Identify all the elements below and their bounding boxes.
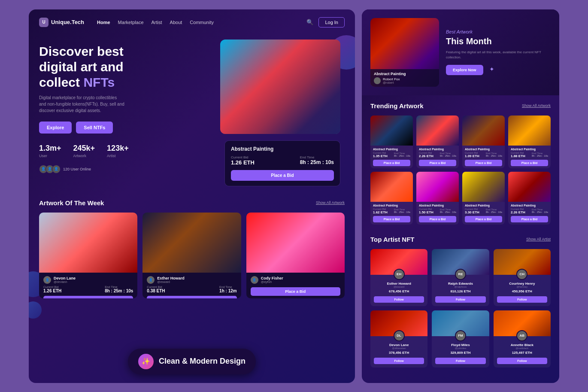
- trend-bid-btn-1[interactable]: Place a Bid: [373, 160, 410, 166]
- stat-artist-value: 123k+: [107, 144, 129, 153]
- artist-avatar-center-5: FM: [455, 330, 466, 341]
- badge-icon: ✨: [138, 354, 154, 369]
- trend-card-2: Abstract Painting Current Bid2.26 ETH En…: [416, 115, 459, 168]
- end-time-value: 8h : 25m : 10s: [300, 159, 334, 165]
- nav-artist[interactable]: Artist: [152, 20, 162, 25]
- show-all-artists[interactable]: Show All Artist: [526, 237, 551, 241]
- trend-footer-2: Abstract Painting Current Bid2.26 ETH En…: [416, 146, 459, 168]
- explore-button[interactable]: Explore: [39, 122, 72, 134]
- best-artwork-name: Abstract Painting: [374, 72, 436, 76]
- trend-footer-6: Abstract Painting Current Bid1.50 ETH En…: [416, 202, 459, 225]
- follow-btn-1[interactable]: Follow: [374, 296, 424, 303]
- artwork-card-footer-3: 👤 Cody Fisher @dyfish Place a Bid: [246, 273, 345, 298]
- card-place-bid-1[interactable]: Place a Bid: [43, 296, 133, 298]
- card-artist-1: 👤 Devon Lane @devlann: [43, 276, 133, 284]
- trend-card-1: Abstract Painting Current Bid1.35 ETH En…: [370, 115, 413, 168]
- card-artist-2: 👤 Esther Howard @esward: [147, 276, 236, 284]
- artist-name-2: Esther Howard: [157, 276, 185, 280]
- hero-title: Discover best digital art and collect NF…: [39, 44, 212, 90]
- card-artist-3: 👤 Cody Fisher @dyfish: [251, 276, 340, 284]
- trend-card-7: Abstract Painting Current Bid3.30 ETH En…: [462, 172, 505, 225]
- best-artwork-text: Best Artwork This Month Featuring the di…: [446, 29, 551, 75]
- trend-bid-btn-5[interactable]: Place a Bid: [373, 216, 410, 222]
- bid-card: Abstract Painting Current Bid 1.26 ETH E…: [224, 140, 340, 186]
- trend-bid-btn-8[interactable]: Place a Bid: [511, 216, 548, 222]
- follow-btn-6[interactable]: Follow: [497, 358, 547, 364]
- search-icon[interactable]: 🔍: [306, 19, 313, 25]
- hero-3d-image: [220, 40, 340, 134]
- login-button[interactable]: Log In: [318, 17, 345, 27]
- logo[interactable]: U Unique.Tech: [39, 18, 84, 27]
- avatar-3: 👤: [52, 165, 61, 173]
- trending-grid: Abstract Painting Current Bid1.35 ETH En…: [370, 115, 551, 225]
- hero-image-area: Abstract Painting Current Bid 1.26 ETH E…: [220, 40, 345, 173]
- artist-image-4: DL: [370, 310, 427, 336]
- avatars-row: 👤 👤 👤: [39, 165, 61, 173]
- stat-user-label: User: [39, 154, 61, 158]
- follow-btn-4[interactable]: Follow: [374, 358, 424, 364]
- hero-text: Discover best digital art and collect NF…: [39, 40, 212, 173]
- artist-handle-2: @esward: [157, 280, 185, 283]
- nav-home[interactable]: Home: [97, 20, 110, 25]
- trend-card-6: Abstract Painting Current Bid1.50 ETH En…: [416, 172, 459, 225]
- trend-card-8: Abstract Painting Current Bid2.26 ETH En…: [508, 172, 551, 225]
- follow-btn-2[interactable]: Follow: [435, 296, 485, 303]
- bottom-badge: ✨ Clean & Modern Design: [128, 349, 256, 374]
- trend-bid-btn-3[interactable]: Place a Bid: [465, 160, 502, 166]
- trend-bid-btn-7[interactable]: Place a Bid: [465, 216, 502, 222]
- artwork-card-footer-1: 👤 Devon Lane @devlann Current Bid 1.26 E…: [39, 273, 137, 298]
- best-artist-handle: @robert: [383, 81, 400, 84]
- hero-place-bid-button[interactable]: Place a Bid: [231, 170, 334, 181]
- top-artist-title: Top Artist NFT: [370, 236, 414, 243]
- nav-about[interactable]: About: [170, 20, 182, 25]
- trend-image-4: [508, 115, 551, 146]
- nav-community[interactable]: Community: [190, 20, 214, 25]
- trend-image-7: [462, 172, 505, 202]
- navbar: U Unique.Tech Home Marketplace Artist Ab…: [29, 9, 355, 35]
- end-time-label: End Time: [300, 155, 334, 159]
- artist-image-6: AB: [494, 310, 551, 336]
- artwork-week-title: Artwork Of The Week: [39, 199, 104, 207]
- show-all-artwork[interactable]: Show All Artwork: [316, 201, 345, 205]
- trending-header: Trending Artwork Show All Artwork: [370, 102, 551, 109]
- trend-bid-btn-2[interactable]: Place a Bid: [419, 160, 456, 166]
- nav-links: Home Marketplace Artist About Community: [97, 20, 214, 25]
- circle-decoration-3: [29, 301, 42, 319]
- card-bid-row-1: Current Bid 1.26 ETH End Time 8h : 25m :…: [43, 286, 133, 293]
- hero-stats: 1.3m+ User 245k+ Artwork 123k+ Artist: [39, 144, 212, 158]
- best-artist-avatar: [374, 77, 381, 84]
- trend-footer-3: Abstract Painting Current Bid1.09 ETH En…: [462, 146, 505, 168]
- best-artist-name: Robert Fox: [383, 77, 400, 81]
- explore-now-button[interactable]: Explore Now: [446, 65, 483, 75]
- artist-card-5: FM Floyd Miles @ydmiles 329,809 ETH Foll…: [432, 310, 489, 368]
- sell-button[interactable]: Sell NTFs: [76, 122, 113, 134]
- artwork-card-image-3: [246, 213, 345, 273]
- stat-user: 1.3m+ User: [39, 144, 61, 158]
- artist-name-3: Cody Fisher: [261, 276, 283, 280]
- artist-image-3: CH: [494, 249, 551, 275]
- stat-artist-label: Artist: [107, 154, 129, 158]
- artist-card-4: DL Devon Lane @dhlevetan 378,456 ETH Fol…: [370, 310, 427, 368]
- stat-artwork: 245k+ Artwork: [73, 144, 95, 158]
- trend-bid-btn-4[interactable]: Place a Bid: [511, 160, 548, 166]
- trend-bid-btn-6[interactable]: Place a Bid: [419, 216, 456, 222]
- hero-3d-shape: [220, 40, 340, 134]
- artist-card-2: RE Ralph Edwards @ralphcos 810,126 ETH F…: [432, 249, 489, 306]
- artwork-cards: 👤 Devon Lane @devlann Current Bid 1.26 E…: [39, 213, 345, 298]
- follow-btn-5[interactable]: Follow: [435, 358, 485, 364]
- artist-name-1: Devon Lane: [54, 276, 76, 280]
- user-online: 👤 👤 👤 120 User Online: [39, 165, 212, 173]
- card-place-bid-2[interactable]: Place a Bid: [147, 296, 236, 298]
- artist-avatar-3: 👤: [251, 276, 258, 284]
- best-artwork-image: Abstract Painting Robert Fox @robert: [370, 18, 439, 87]
- artist-avatar-center-2: RE: [455, 269, 466, 280]
- follow-btn-3[interactable]: Follow: [497, 296, 547, 303]
- artwork-card-1: 👤 Devon Lane @devlann Current Bid 1.26 E…: [39, 213, 137, 298]
- card-place-bid-3[interactable]: Place a Bid: [251, 287, 340, 296]
- nav-marketplace[interactable]: Marketplace: [118, 20, 144, 25]
- best-artwork-subtitle: Best Artwork: [446, 29, 551, 34]
- stat-user-value: 1.3m+: [39, 144, 61, 153]
- show-all-trending[interactable]: Show All Artwork: [522, 103, 551, 108]
- artist-handle-1: @devlann: [54, 280, 76, 283]
- hero-buttons: Explore Sell NTFs: [39, 122, 212, 134]
